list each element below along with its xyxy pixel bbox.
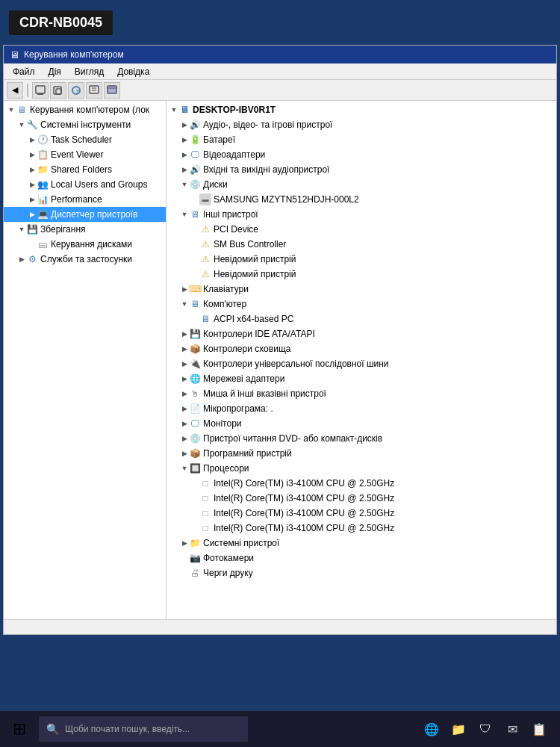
rmouse-label: Миша й інші вказівні пристрої	[203, 388, 326, 399]
right-video[interactable]: ▶ 🖵 Відеоадаптери	[167, 147, 556, 162]
right-dvd[interactable]: ▶ 💿 Пристрої читання DVD- або компакт-ди…	[167, 431, 556, 446]
right-ide[interactable]: ▶ 💾 Контролери IDE ATA/ATAPI	[167, 326, 556, 341]
right-system-dev[interactable]: ▶ 📁 Системні пристрої	[167, 536, 556, 551]
top-label: CDR-NB0045	[9, 10, 113, 35]
rvid-label: Відеоадаптери	[203, 149, 265, 160]
menu-file[interactable]: Файл	[7, 65, 41, 78]
toolbar-btn5[interactable]	[104, 82, 120, 99]
right-audio2[interactable]: ▶ 🔊 Вхідні та вихідні аудіопристрої	[167, 162, 556, 177]
toolbar-btn2[interactable]	[50, 82, 66, 99]
svc-icon: ⚙	[26, 253, 38, 265]
rpci-label: PCI Device	[214, 224, 258, 235]
right-cpu1[interactable]: ▶ □ Intel(R) Core(TM) i3-4100M CPU @ 2.5…	[167, 476, 556, 491]
right-other[interactable]: ▼ 🖥 Інші пристрої	[167, 207, 556, 222]
right-usb[interactable]: ▶ 🔌 Контролери універсальної послідовної…	[167, 356, 556, 371]
window-icon: 🖥	[10, 49, 19, 61]
taskbar-icon-1[interactable]: 🌐	[420, 717, 444, 741]
right-storage-ctrl[interactable]: ▶ 📦 Контролери сховища	[167, 341, 556, 356]
tree-event-viewer[interactable]: ▶ 📋 Event Viewer	[4, 147, 166, 162]
ev-label: Event Viewer	[51, 149, 103, 160]
tree-shared-folders[interactable]: ▶ 📁 Shared Folders	[4, 162, 166, 177]
right-cpu4[interactable]: ▶ □ Intel(R) Core(TM) i3-4100M CPU @ 2.5…	[167, 521, 556, 536]
rfirm-label: Мікропрограма: .	[203, 403, 273, 414]
toolbar-btn4[interactable]	[86, 82, 102, 99]
tree-disk-mgmt[interactable]: ▶ 🖴 Керування дисками	[4, 237, 166, 252]
tree-performance[interactable]: ▶ 📊 Performance	[4, 192, 166, 207]
tree-task-scheduler[interactable]: ▶ 🕐 Task Scheduler	[4, 132, 166, 147]
raudio2-icon: 🔊	[189, 164, 201, 176]
rmon-label: Монітори	[203, 418, 242, 429]
rcpu2-label: Intel(R) Core(TM) i3-4100M CPU @ 2.50GHz	[214, 493, 394, 503]
rsd-icon: 📦	[189, 447, 201, 459]
dm-icon: 💻	[37, 208, 49, 220]
rroot-icon: 🖥	[178, 104, 190, 116]
rdvd-expand: ▶	[180, 434, 189, 443]
right-disks[interactable]: ▼ 💿 Диски	[167, 177, 556, 192]
roth-label: Інші пристрої	[203, 209, 258, 220]
rcpu3-label: Intel(R) Core(TM) i3-4100M CPU @ 2.50GHz	[214, 508, 394, 518]
rcomp-expand: ▼	[180, 300, 189, 309]
start-button[interactable]: ⊞	[3, 714, 36, 744]
menu-action[interactable]: Дія	[43, 65, 67, 78]
st-expand: ▼	[17, 225, 26, 234]
rroot-expand: ▼	[169, 105, 178, 114]
left-panel: ▼ 🖥 Керування комп'ютером (лок ▼ 🔧 Систе…	[4, 101, 167, 619]
taskbar-icon-3[interactable]: 🛡	[473, 717, 497, 741]
right-firmware[interactable]: ▶ 📄 Мікропрограма: .	[167, 401, 556, 416]
racpi-icon: 🖥	[199, 313, 211, 325]
menu-view[interactable]: Вигляд	[69, 65, 110, 78]
right-acpi[interactable]: ▶ 🖥 ACPI x64-based PC	[167, 311, 556, 326]
menu-help[interactable]: Довідка	[111, 65, 155, 78]
tree-root[interactable]: ▼ 🖥 Керування комп'ютером (лок	[4, 102, 166, 117]
right-keyboard[interactable]: ▶ ⌨ Клавіатури	[167, 282, 556, 297]
right-computer[interactable]: ▼ 🖥 Комп'ютер	[167, 297, 556, 311]
tree-storage[interactable]: ▼ 💾 Зберігання	[4, 222, 166, 237]
root-icon: 🖥	[16, 104, 28, 116]
tree-system-tools[interactable]: ▼ 🔧 Системні інструменти	[4, 117, 166, 132]
right-cpu2[interactable]: ▶ □ Intel(R) Core(TM) i3-4100M CPU @ 2.5…	[167, 491, 556, 506]
taskbar-icon-5[interactable]: 📋	[527, 717, 551, 741]
right-cpu3[interactable]: ▶ □ Intel(R) Core(TM) i3-4100M CPU @ 2.5…	[167, 506, 556, 521]
search-placeholder: Щоби почати пошук, введіть...	[65, 724, 190, 734]
right-processors[interactable]: ▼ 🔲 Процесори	[167, 461, 556, 476]
right-print-queue[interactable]: ▶ 🖨 Черги друку	[167, 565, 556, 580]
right-battery[interactable]: ▶ 🔋 Батареї	[167, 132, 556, 147]
run2-label: Невідомий пристрій	[214, 269, 296, 279]
rproc-icon: 🔲	[189, 462, 201, 474]
right-unknown2[interactable]: ▶ ⚠ Невідомий пристрій	[167, 267, 556, 282]
taskbar-icon-4[interactable]: ✉	[500, 717, 524, 741]
tree-device-manager[interactable]: ▶ 💻 Диспетчер пристроїв	[4, 207, 166, 222]
svg-rect-6	[90, 86, 99, 93]
run2-icon: ⚠	[199, 268, 211, 280]
right-audio[interactable]: ▶ 🔊 Аудіо-, відео- та ігрові пристрої	[167, 117, 556, 132]
svg-rect-1	[37, 93, 43, 95]
right-mouse[interactable]: ▶ 🖱 Миша й інші вказівні пристрої	[167, 386, 556, 401]
right-monitor[interactable]: ▶ 🖵 Монітори	[167, 416, 556, 431]
svg-rect-0	[36, 86, 45, 93]
right-samsung[interactable]: ▶ ▬ SAMSUNG MZYTN512HDJH-000L2	[167, 192, 556, 207]
content-area: ▼ 🖥 Керування комп'ютером (лок ▼ 🔧 Систе…	[4, 101, 556, 619]
right-root[interactable]: ▼ 🖥 DESKTOP-IBV0R1T	[167, 102, 556, 117]
right-software-device[interactable]: ▶ 📦 Програмний пристрій	[167, 446, 556, 461]
right-network[interactable]: ▶ 🌐 Мережеві адаптери	[167, 371, 556, 386]
right-unknown1[interactable]: ▶ ⚠ Невідомий пристрій	[167, 252, 556, 267]
taskbar-icons: 🌐 📁 🛡 ✉ 📋	[420, 717, 557, 741]
right-smbus[interactable]: ▶ ⚠ SM Bus Controller	[167, 237, 556, 252]
tree-local-users[interactable]: ▶ 👥 Local Users and Groups	[4, 177, 166, 192]
rsam-icon: ▬	[199, 193, 211, 205]
rmouse-expand: ▶	[180, 389, 189, 398]
tree-services[interactable]: ▶ ⚙ Служби та застосунки	[4, 252, 166, 267]
search-box[interactable]: 🔍 Щоби почати пошук, введіть...	[39, 716, 248, 742]
right-pci[interactable]: ▶ ⚠ PCI Device	[167, 222, 556, 237]
rcomp-icon: 🖥	[189, 298, 201, 310]
rkb-label: Клавіатури	[203, 284, 249, 294]
right-camera[interactable]: ▶ 📷 Фотокамери	[167, 551, 556, 565]
taskbar-icon-2[interactable]: 📁	[447, 717, 470, 741]
toolbar-btn1[interactable]	[32, 82, 49, 99]
toolbar-back[interactable]: ◀	[7, 82, 23, 99]
rusb-icon: 🔌	[189, 358, 201, 370]
toolbar-btn3[interactable]: ?	[68, 82, 84, 99]
rsd-label: Програмний пристрій	[203, 448, 292, 459]
roth-expand: ▼	[180, 210, 189, 219]
rdisk-icon: 💿	[189, 179, 201, 190]
